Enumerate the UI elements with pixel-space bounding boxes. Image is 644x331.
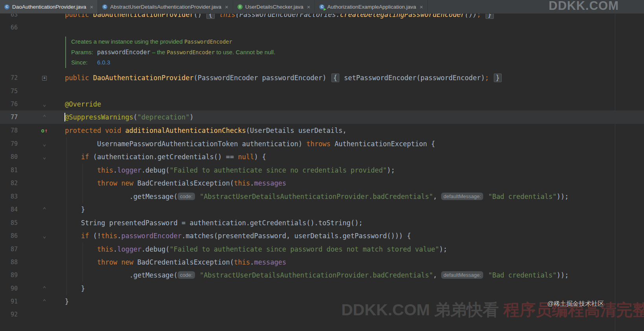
code-line[interactable]: 83.getMessage(code: "AbstractUserDetails… (0, 190, 644, 203)
line-number[interactable]: 85 (0, 216, 18, 230)
fold-down-icon[interactable]: ⌄ (39, 229, 50, 243)
code-line[interactable]: 63public DaoAuthenticationProvider() { t… (0, 14, 644, 21)
tab-label: AuthorizationExampleApplication.java (327, 4, 416, 10)
override-method-gutter-icon[interactable]: o↑ (39, 124, 50, 137)
line-number[interactable]: 77 (0, 110, 18, 124)
fold-up-icon[interactable]: ⌃ (39, 203, 50, 216)
line-number[interactable]: 75 (0, 85, 18, 98)
line-number[interactable]: 78 (0, 124, 18, 137)
code-line[interactable]: 77⌃@SuppressWarnings("deprecation") (0, 110, 644, 124)
code-text: .getMessage(code: "AbstractUserDetailsAu… (129, 268, 569, 282)
javadoc-rendered-block: Creates a new instance using the provide… (65, 37, 275, 68)
javadoc-row: Since:6.0.3 (71, 57, 275, 68)
editor-tab[interactable]: IUserDetailsChecker.java× (233, 0, 315, 13)
editor-tab[interactable]: CAbstractUserDetailsAuthenticationProvid… (98, 0, 233, 13)
editor-tab[interactable]: CDaoAuthenticationProvider.java× (0, 0, 98, 13)
line-number[interactable]: 86 (0, 229, 18, 243)
code-line[interactable]: 75 (0, 85, 644, 98)
fold-up-icon[interactable]: ⌃ (39, 282, 50, 295)
line-number[interactable]: 76 (0, 97, 18, 111)
close-tab-icon[interactable]: × (307, 4, 311, 10)
tab-label: DaoAuthenticationProvider.java (12, 4, 86, 10)
tab-label: UserDetailsChecker.java (245, 4, 304, 10)
code-line[interactable]: 87this.logger.debug("Failed to authentic… (0, 243, 644, 256)
run-overlay-icon: ▶ (324, 7, 326, 11)
code-text: @Override (65, 97, 101, 111)
code-line[interactable]: 84⌃} (0, 203, 644, 216)
code-text: .getMessage(code: "AbstractUserDetailsAu… (129, 190, 569, 203)
interface-file-icon: I (237, 4, 243, 9)
line-number[interactable]: 92 (0, 308, 18, 321)
line-number[interactable]: 79 (0, 137, 18, 151)
line-number[interactable]: 88 (0, 256, 18, 269)
line-number[interactable]: 84 (0, 203, 18, 216)
line-number[interactable]: 89 (0, 268, 18, 282)
line-number[interactable]: 91 (0, 295, 18, 308)
code-line[interactable]: 92 (0, 308, 644, 321)
code-text: if (!this.passwordEncoder.matches(presen… (81, 229, 411, 243)
fold-up-icon[interactable]: ⌃ (39, 110, 50, 124)
fold-down-icon[interactable]: ⌄ (39, 150, 50, 164)
code-text: String presentedPassword = authenticatio… (81, 216, 362, 230)
javadoc-row: Creates a new instance using the provide… (71, 37, 275, 47)
code-line[interactable]: 76⌄@Override (0, 97, 644, 111)
code-line[interactable]: 85String presentedPassword = authenticat… (0, 216, 644, 230)
editor-tab[interactable]: C▶AuthorizationExampleApplication.java× (315, 0, 428, 13)
line-number[interactable]: 90 (0, 282, 18, 295)
code-text: } (81, 282, 85, 295)
line-number[interactable]: 72 (0, 71, 18, 85)
class-file-icon: C (102, 4, 107, 9)
text-caret (64, 113, 65, 121)
line-number[interactable]: 66 (0, 21, 18, 34)
line-number[interactable]: 83 (0, 190, 18, 203)
line-number[interactable]: 63 (0, 14, 18, 21)
code-text: public DaoAuthenticationProvider() { thi… (65, 14, 495, 21)
fold-down-icon[interactable]: ⌄ (39, 97, 50, 111)
code-text: } (81, 203, 85, 216)
code-line[interactable]: 78o↑protected void additionalAuthenticat… (0, 124, 644, 137)
close-tab-icon[interactable]: × (90, 4, 93, 10)
fold-up-icon[interactable]: ⌃ (39, 295, 50, 308)
class-file-icon: C (4, 4, 9, 9)
javadoc-row: Params:passwordEncoder – the PasswordEnc… (71, 47, 275, 58)
line-number[interactable]: 81 (0, 164, 18, 177)
code-text: @SuppressWarnings("deprecation") (65, 110, 194, 124)
code-text: public DaoAuthenticationProvider(Passwor… (65, 71, 502, 85)
code-line[interactable]: 90⌃} (0, 282, 644, 295)
line-number[interactable]: 82 (0, 177, 18, 190)
code-line[interactable]: 79⌄UsernamePasswordAuthenticationToken a… (0, 137, 644, 151)
code-text: } (65, 295, 69, 308)
code-line[interactable]: 91⌃} (0, 295, 644, 308)
code-line[interactable]: 80⌄if (authentication.getCredentials() =… (0, 150, 644, 164)
code-text: this.logger.debug("Failed to authenticat… (97, 164, 395, 177)
code-line[interactable]: 86⌄if (!this.passwordEncoder.matches(pre… (0, 229, 644, 243)
code-text: protected void additionalAuthenticationC… (65, 124, 346, 137)
tab-label: AbstractUserDetailsAuthenticationProvide… (110, 4, 221, 10)
code-line[interactable]: 82throw new BadCredentialsException(this… (0, 177, 644, 190)
close-tab-icon[interactable]: × (225, 4, 228, 10)
code-line[interactable]: 81this.logger.debug("Failed to authentic… (0, 164, 644, 177)
code-editor[interactable]: 63public DaoAuthenticationProvider() { t… (0, 14, 644, 331)
close-tab-icon[interactable]: × (420, 4, 423, 10)
code-text: throw new BadCredentialsException(this.m… (97, 256, 286, 269)
runnable-class-file-icon: C▶ (319, 4, 324, 9)
line-number[interactable]: 80 (0, 150, 18, 164)
code-line[interactable]: 66 (0, 21, 644, 34)
code-line[interactable]: 88throw new BadCredentialsException(this… (0, 256, 644, 269)
line-number[interactable]: 87 (0, 243, 18, 256)
editor-tab-bar: CDaoAuthenticationProvider.java×CAbstrac… (0, 0, 644, 14)
code-text: UsernamePasswordAuthenticationToken auth… (97, 137, 435, 151)
code-text: throw new BadCredentialsException(this.m… (97, 177, 286, 190)
fold-expand-icon[interactable]: + (39, 71, 50, 85)
code-text: this.logger.debug("Failed to authenticat… (97, 243, 447, 256)
code-line[interactable]: 89.getMessage(code: "AbstractUserDetails… (0, 268, 644, 282)
code-line[interactable]: 72+public DaoAuthenticationProvider(Pass… (0, 71, 644, 85)
code-text: if (authentication.getCredentials() == n… (81, 150, 266, 164)
fold-down-icon[interactable]: ⌄ (39, 137, 50, 151)
